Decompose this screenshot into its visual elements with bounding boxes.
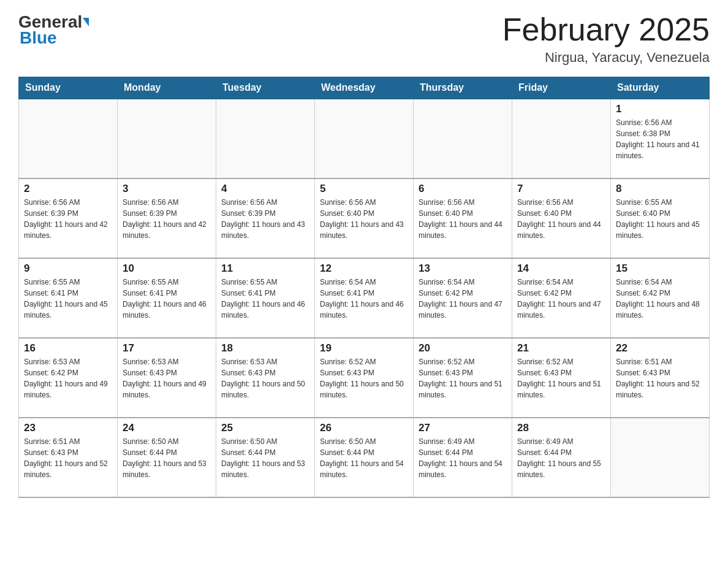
calendar-week-row: 16Sunrise: 6:53 AM Sunset: 6:42 PM Dayli… <box>19 338 710 418</box>
day-number: 9 <box>24 262 112 275</box>
day-number: 2 <box>24 183 112 195</box>
day-number: 3 <box>123 183 211 195</box>
day-info: Sunrise: 6:54 AM Sunset: 6:41 PM Dayligh… <box>320 277 408 321</box>
calendar-cell: 26Sunrise: 6:50 AM Sunset: 6:44 PM Dayli… <box>315 418 414 497</box>
day-info: Sunrise: 6:54 AM Sunset: 6:42 PM Dayligh… <box>419 277 507 321</box>
day-info: Sunrise: 6:49 AM Sunset: 6:44 PM Dayligh… <box>517 436 605 480</box>
day-info: Sunrise: 6:56 AM Sunset: 6:39 PM Dayligh… <box>24 197 112 241</box>
day-number: 16 <box>24 342 112 354</box>
day-header-sunday: Sunday <box>19 77 118 99</box>
calendar-cell: 20Sunrise: 6:52 AM Sunset: 6:43 PM Dayli… <box>414 338 512 418</box>
day-number: 21 <box>517 342 605 354</box>
calendar-cell: 22Sunrise: 6:51 AM Sunset: 6:43 PM Dayli… <box>611 338 710 418</box>
calendar-week-row: 1Sunrise: 6:56 AM Sunset: 6:38 PM Daylig… <box>19 99 710 178</box>
day-info: Sunrise: 6:53 AM Sunset: 6:43 PM Dayligh… <box>123 356 211 400</box>
calendar-cell: 25Sunrise: 6:50 AM Sunset: 6:44 PM Dayli… <box>216 418 315 497</box>
day-info: Sunrise: 6:55 AM Sunset: 6:40 PM Dayligh… <box>616 197 704 241</box>
calendar-cell: 17Sunrise: 6:53 AM Sunset: 6:43 PM Dayli… <box>118 338 216 418</box>
day-info: Sunrise: 6:53 AM Sunset: 6:43 PM Dayligh… <box>221 356 309 400</box>
day-info: Sunrise: 6:56 AM Sunset: 6:39 PM Dayligh… <box>123 197 211 241</box>
day-number: 11 <box>221 262 309 275</box>
calendar-cell <box>19 99 118 178</box>
day-info: Sunrise: 6:51 AM Sunset: 6:43 PM Dayligh… <box>24 436 112 480</box>
day-header-friday: Friday <box>512 77 611 99</box>
calendar-table: SundayMondayTuesdayWednesdayThursdayFrid… <box>18 77 710 498</box>
day-info: Sunrise: 6:50 AM Sunset: 6:44 PM Dayligh… <box>221 436 309 480</box>
calendar-cell: 15Sunrise: 6:54 AM Sunset: 6:42 PM Dayli… <box>611 258 710 338</box>
day-number: 27 <box>419 422 507 434</box>
calendar-cell: 19Sunrise: 6:52 AM Sunset: 6:43 PM Dayli… <box>315 338 414 418</box>
day-number: 17 <box>123 342 211 354</box>
calendar-cell: 12Sunrise: 6:54 AM Sunset: 6:41 PM Dayli… <box>315 258 414 338</box>
day-number: 12 <box>320 262 408 275</box>
calendar-cell: 10Sunrise: 6:55 AM Sunset: 6:41 PM Dayli… <box>118 258 216 338</box>
calendar-cell: 5Sunrise: 6:56 AM Sunset: 6:40 PM Daylig… <box>315 178 414 258</box>
calendar-cell: 24Sunrise: 6:50 AM Sunset: 6:44 PM Dayli… <box>118 418 216 497</box>
day-header-saturday: Saturday <box>611 77 710 99</box>
month-title: February 2025 <box>502 12 710 47</box>
day-number: 22 <box>616 342 704 354</box>
day-header-monday: Monday <box>118 77 216 99</box>
logo-triangle-icon <box>83 18 89 26</box>
day-number: 19 <box>320 342 408 354</box>
calendar-header-row: SundayMondayTuesdayWednesdayThursdayFrid… <box>19 77 710 99</box>
calendar-cell: 9Sunrise: 6:55 AM Sunset: 6:41 PM Daylig… <box>19 258 118 338</box>
calendar-cell: 1Sunrise: 6:56 AM Sunset: 6:38 PM Daylig… <box>611 99 710 178</box>
calendar-cell: 18Sunrise: 6:53 AM Sunset: 6:43 PM Dayli… <box>216 338 315 418</box>
calendar-cell <box>315 99 414 178</box>
calendar-week-row: 2Sunrise: 6:56 AM Sunset: 6:39 PM Daylig… <box>19 178 710 258</box>
calendar-week-row: 9Sunrise: 6:55 AM Sunset: 6:41 PM Daylig… <box>19 258 710 338</box>
day-info: Sunrise: 6:56 AM Sunset: 6:38 PM Dayligh… <box>616 117 704 161</box>
calendar-cell <box>512 99 611 178</box>
calendar-cell: 11Sunrise: 6:55 AM Sunset: 6:41 PM Dayli… <box>216 258 315 338</box>
calendar-cell: 2Sunrise: 6:56 AM Sunset: 6:39 PM Daylig… <box>19 178 118 258</box>
calendar-cell: 23Sunrise: 6:51 AM Sunset: 6:43 PM Dayli… <box>19 418 118 497</box>
day-number: 8 <box>616 183 704 195</box>
calendar-cell: 27Sunrise: 6:49 AM Sunset: 6:44 PM Dayli… <box>414 418 512 497</box>
calendar-cell: 7Sunrise: 6:56 AM Sunset: 6:40 PM Daylig… <box>512 178 611 258</box>
day-number: 13 <box>419 262 507 275</box>
day-number: 5 <box>320 183 408 195</box>
calendar-cell: 4Sunrise: 6:56 AM Sunset: 6:39 PM Daylig… <box>216 178 315 258</box>
calendar-cell <box>611 418 710 497</box>
day-info: Sunrise: 6:50 AM Sunset: 6:44 PM Dayligh… <box>320 436 408 480</box>
day-info: Sunrise: 6:55 AM Sunset: 6:41 PM Dayligh… <box>24 277 112 321</box>
day-number: 7 <box>517 183 605 195</box>
day-info: Sunrise: 6:54 AM Sunset: 6:42 PM Dayligh… <box>517 277 605 321</box>
day-info: Sunrise: 6:53 AM Sunset: 6:42 PM Dayligh… <box>24 356 112 400</box>
day-info: Sunrise: 6:50 AM Sunset: 6:44 PM Dayligh… <box>123 436 211 480</box>
day-info: Sunrise: 6:56 AM Sunset: 6:40 PM Dayligh… <box>517 197 605 241</box>
calendar-cell: 14Sunrise: 6:54 AM Sunset: 6:42 PM Dayli… <box>512 258 611 338</box>
day-header-thursday: Thursday <box>414 77 512 99</box>
day-number: 10 <box>123 262 211 275</box>
calendar-cell: 21Sunrise: 6:52 AM Sunset: 6:43 PM Dayli… <box>512 338 611 418</box>
day-info: Sunrise: 6:55 AM Sunset: 6:41 PM Dayligh… <box>221 277 309 321</box>
title-area: February 2025 Nirgua, Yaracuy, Venezuela <box>502 12 710 66</box>
calendar-cell: 28Sunrise: 6:49 AM Sunset: 6:44 PM Dayli… <box>512 418 611 497</box>
calendar-cell <box>414 99 512 178</box>
day-info: Sunrise: 6:56 AM Sunset: 6:40 PM Dayligh… <box>320 197 408 241</box>
day-number: 18 <box>221 342 309 354</box>
day-info: Sunrise: 6:54 AM Sunset: 6:42 PM Dayligh… <box>616 277 704 321</box>
location-title: Nirgua, Yaracuy, Venezuela <box>502 50 710 66</box>
logo-blue-text: Blue <box>20 28 89 48</box>
calendar-week-row: 23Sunrise: 6:51 AM Sunset: 6:43 PM Dayli… <box>19 418 710 497</box>
day-number: 24 <box>123 422 211 434</box>
header: General Blue February 2025 Nirgua, Yarac… <box>18 12 710 66</box>
day-number: 25 <box>221 422 309 434</box>
day-number: 15 <box>616 262 704 275</box>
day-info: Sunrise: 6:55 AM Sunset: 6:41 PM Dayligh… <box>123 277 211 321</box>
day-number: 28 <box>517 422 605 434</box>
day-number: 23 <box>24 422 112 434</box>
calendar-cell: 8Sunrise: 6:55 AM Sunset: 6:40 PM Daylig… <box>611 178 710 258</box>
day-info: Sunrise: 6:52 AM Sunset: 6:43 PM Dayligh… <box>320 356 408 400</box>
calendar-cell: 6Sunrise: 6:56 AM Sunset: 6:40 PM Daylig… <box>414 178 512 258</box>
day-header-tuesday: Tuesday <box>216 77 315 99</box>
day-info: Sunrise: 6:51 AM Sunset: 6:43 PM Dayligh… <box>616 356 704 400</box>
logo: General Blue <box>18 12 89 48</box>
day-info: Sunrise: 6:49 AM Sunset: 6:44 PM Dayligh… <box>419 436 507 480</box>
day-info: Sunrise: 6:52 AM Sunset: 6:43 PM Dayligh… <box>517 356 605 400</box>
day-number: 20 <box>419 342 507 354</box>
day-number: 1 <box>616 103 704 115</box>
day-number: 14 <box>517 262 605 275</box>
